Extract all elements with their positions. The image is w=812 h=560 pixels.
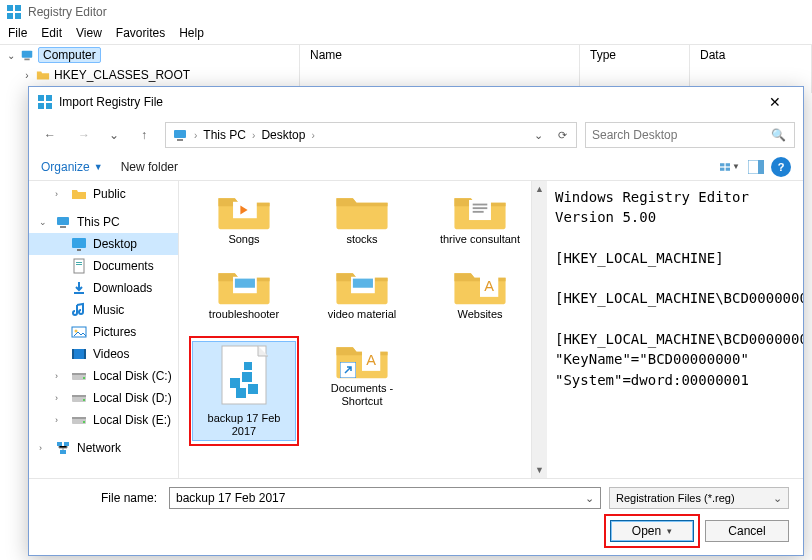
- chevron-right-icon[interactable]: ›: [55, 415, 65, 425]
- nav-item-label: Network: [77, 441, 121, 455]
- svg-rect-41: [64, 442, 69, 446]
- file-label: Songs: [228, 233, 259, 246]
- filetype-filter[interactable]: Registration Files (*.reg): [609, 487, 789, 509]
- tree-node-computer[interactable]: Computer: [38, 47, 101, 63]
- svg-rect-15: [726, 167, 730, 170]
- menu-favorites[interactable]: Favorites: [116, 26, 165, 40]
- svg-rect-1: [15, 5, 21, 11]
- svg-rect-24: [76, 264, 82, 265]
- file-item[interactable]: troubleshooter: [189, 262, 299, 323]
- preview-pane-button[interactable]: [745, 156, 767, 178]
- open-button[interactable]: Open: [610, 520, 694, 542]
- file-item[interactable]: ADocuments - Shortcut: [307, 336, 417, 445]
- breadcrumb-thispc[interactable]: This PC: [203, 128, 246, 142]
- nav-item-downloads[interactable]: Downloads: [29, 277, 178, 299]
- file-item[interactable]: video material: [307, 262, 417, 323]
- regedit-menubar: File Edit View Favorites Help: [0, 24, 812, 44]
- search-input[interactable]: Search Desktop 🔍: [585, 122, 795, 148]
- svg-text:A: A: [484, 278, 494, 294]
- nav-item-music[interactable]: Music: [29, 299, 178, 321]
- chevron-down-icon[interactable]: ⌄: [39, 217, 49, 227]
- regedit-titlebar: Registry Editor: [0, 0, 812, 24]
- view-options-button[interactable]: ▼: [719, 156, 741, 178]
- svg-rect-21: [77, 249, 81, 251]
- nav-pane[interactable]: ›Public⌄This PCDesktopDocumentsDownloads…: [29, 181, 179, 478]
- new-folder-button[interactable]: New folder: [121, 160, 178, 174]
- nav-item-local-disk-d-[interactable]: ›Local Disk (D:): [29, 387, 178, 409]
- nav-item-desktop[interactable]: Desktop: [29, 233, 178, 255]
- breadcrumb[interactable]: › This PC › Desktop › ⌄ ⟳: [165, 122, 577, 148]
- breadcrumb-dropdown[interactable]: ⌄: [528, 125, 548, 145]
- file-item[interactable]: Songs: [189, 187, 299, 248]
- chevron-right-icon[interactable]: ›: [55, 393, 65, 403]
- filename-input[interactable]: backup 17 Feb 2017: [169, 487, 601, 509]
- nav-item-this-pc[interactable]: ⌄This PC: [29, 211, 178, 233]
- svg-rect-38: [72, 417, 86, 419]
- cancel-button[interactable]: Cancel: [705, 520, 789, 542]
- nav-item-public[interactable]: ›Public: [29, 183, 178, 205]
- regedit-title: Registry Editor: [28, 5, 107, 19]
- nav-item-label: Local Disk (E:): [93, 413, 171, 427]
- nav-item-videos[interactable]: Videos: [29, 343, 178, 365]
- nav-item-local-disk-c-[interactable]: ›Local Disk (C:): [29, 365, 178, 387]
- computer-icon: [20, 48, 34, 62]
- svg-rect-0: [7, 5, 13, 11]
- nav-forward-button[interactable]: →: [71, 122, 97, 148]
- files-scrollbar[interactable]: ▲ ▼: [531, 181, 547, 478]
- menu-view[interactable]: View: [76, 26, 102, 40]
- help-button[interactable]: ?: [771, 157, 791, 177]
- chevron-right-icon[interactable]: ›: [39, 443, 49, 453]
- svg-rect-35: [72, 395, 86, 397]
- svg-rect-17: [758, 160, 764, 174]
- nav-item-pictures[interactable]: Pictures: [29, 321, 178, 343]
- chevron-right-icon: ›: [194, 130, 197, 141]
- regedit-icon: [37, 94, 53, 110]
- file-item[interactable]: AWebsites: [425, 262, 535, 323]
- refresh-button[interactable]: ⟳: [552, 125, 572, 145]
- svg-rect-2: [7, 13, 13, 19]
- svg-rect-12: [720, 163, 724, 166]
- menu-edit[interactable]: Edit: [41, 26, 62, 40]
- svg-point-33: [83, 377, 85, 379]
- chevron-right-icon[interactable]: ›: [55, 189, 65, 199]
- svg-rect-56: [230, 378, 240, 388]
- scroll-down-icon[interactable]: ▼: [532, 462, 547, 478]
- nav-history-dropdown[interactable]: ⌄: [105, 122, 123, 148]
- file-label: Documents - Shortcut: [312, 382, 412, 407]
- nav-up-button[interactable]: ↑: [131, 122, 157, 148]
- nav-item-label: Music: [93, 303, 124, 317]
- music-icon: [71, 302, 87, 318]
- svg-rect-9: [46, 103, 52, 109]
- nav-item-local-disk-e-[interactable]: ›Local Disk (E:): [29, 409, 178, 431]
- svg-rect-7: [46, 95, 52, 101]
- nav-item-label: Local Disk (C:): [93, 369, 172, 383]
- file-label: troubleshooter: [209, 308, 279, 321]
- files-pane[interactable]: Songsstocksthrive consultanttroubleshoot…: [179, 181, 547, 478]
- pc-icon: [172, 127, 188, 143]
- file-item[interactable]: stocks: [307, 187, 417, 248]
- chevron-down-icon[interactable]: ⌄: [6, 50, 16, 61]
- nav-item-label: Documents: [93, 259, 154, 273]
- chevron-right-icon[interactable]: ›: [22, 70, 32, 81]
- scroll-up-icon[interactable]: ▲: [532, 181, 547, 197]
- menu-file[interactable]: File: [8, 26, 27, 40]
- file-label: video material: [328, 308, 396, 321]
- organize-button[interactable]: Organize ▼: [41, 160, 103, 174]
- chevron-right-icon[interactable]: ›: [55, 371, 65, 381]
- breadcrumb-desktop[interactable]: Desktop: [261, 128, 305, 142]
- folder-shortcut-icon: A: [334, 338, 390, 380]
- tree-node-hkcr[interactable]: HKEY_CLASSES_ROOT: [54, 68, 190, 82]
- svg-rect-6: [38, 95, 44, 101]
- search-placeholder: Search Desktop: [592, 128, 677, 142]
- nav-item-label: Downloads: [93, 281, 152, 295]
- svg-rect-48: [473, 211, 484, 213]
- nav-item-network[interactable]: ›Network: [29, 437, 178, 459]
- file-item[interactable]: backup 17 Feb 2017: [193, 342, 295, 439]
- menu-help[interactable]: Help: [179, 26, 204, 40]
- folder-icon: [334, 189, 390, 231]
- nav-item-documents[interactable]: Documents: [29, 255, 178, 277]
- file-label: backup 17 Feb 2017: [195, 412, 293, 437]
- close-button[interactable]: ✕: [755, 94, 795, 110]
- nav-back-button[interactable]: ←: [37, 122, 63, 148]
- file-item[interactable]: thrive consultant: [425, 187, 535, 248]
